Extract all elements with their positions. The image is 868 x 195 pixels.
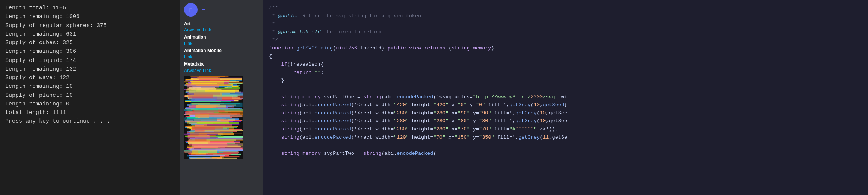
code-content: /** * @notice Return the svg string for … [269, 4, 862, 158]
chat-section: MetadataArweave Link [184, 62, 259, 74]
terminal-line: Supply of regular spheres: 375 [5, 21, 175, 30]
code-line: * [269, 20, 862, 28]
chat-meta [201, 9, 205, 10]
code-line: } [269, 76, 862, 85]
terminal-line: Length remaining: 10 [5, 82, 175, 91]
code-panel: /** * @notice Return the svg string for … [263, 0, 868, 195]
code-line: /** [269, 4, 862, 12]
terminal-line: Supply of cubes: 325 [5, 39, 175, 47]
code-line: return ""; [269, 69, 862, 77]
code-line: string(abi.encodePacked('<rect width="12… [269, 134, 862, 142]
code-line: string(abi.encodePacked('<rect width="42… [269, 101, 862, 109]
terminal-line: Length remaining: 631 [5, 30, 175, 39]
chat-username [201, 9, 205, 10]
section-link[interactable]: Arweave Link [184, 68, 211, 73]
code-line [269, 85, 862, 93]
section-link[interactable]: Arweave Link [184, 27, 211, 33]
terminal-line: Length remaining: 306 [5, 47, 175, 56]
chat-sections: ArtArweave LinkAnimationLinkAnimation Mo… [184, 21, 259, 74]
code-line: */ [269, 36, 862, 44]
section-label: Art [184, 21, 259, 26]
terminal-line: total length: 1111 [5, 108, 175, 117]
code-line: function getSVGString(uint256 tokenId) p… [269, 44, 862, 52]
terminal-line: Press any key to continue . . . [5, 117, 175, 126]
terminal-line: Length total: 1106 [5, 4, 175, 12]
section-link[interactable]: Link [184, 41, 192, 46]
avatar: F [184, 3, 198, 16]
code-line: string(abi.encodePacked('<rect width="28… [269, 117, 862, 125]
code-line [269, 141, 862, 150]
chat-header: F [180, 0, 263, 18]
terminal-line: Supply of liquid: 174 [5, 56, 175, 65]
terminal-line: Supply of planet: 10 [5, 91, 175, 100]
terminal-panel: Length total: 1106Length remaining: 1006… [0, 0, 180, 195]
code-line: * @notice Return the svg string for a gi… [269, 12, 862, 20]
code-line: { [269, 52, 862, 61]
chat-section: Animation MobileLink [184, 48, 259, 60]
chat-section: ArtArweave Link [184, 21, 259, 33]
code-line: * @param tokenId the token to return. [269, 28, 862, 36]
terminal-line: Supply of wave: 122 [5, 74, 175, 82]
code-line: string(abi.encodePacked('<rect width="28… [269, 125, 862, 134]
terminal-line: Length remaining: 132 [5, 65, 175, 74]
chat-panel: F ArtArweave LinkAnimationLinkAnimation … [180, 0, 263, 195]
section-link[interactable]: Link [184, 54, 192, 60]
section-label: Metadata [184, 62, 259, 67]
chat-body: ArtArweave LinkAnimationLinkAnimation Mo… [180, 18, 263, 195]
chat-image-container [184, 76, 243, 159]
chat-section: AnimationLink [184, 34, 259, 47]
code-line: string memory svgPartOne = string(abi.en… [269, 93, 862, 101]
bot-badge [202, 9, 205, 10]
section-label: Animation Mobile [184, 48, 259, 53]
terminal-output: Length total: 1106Length remaining: 1006… [5, 4, 175, 126]
code-line: string(abi.encodePacked('<rect width="28… [269, 109, 862, 117]
wavelength-artwork [184, 76, 243, 159]
section-label: Animation [184, 34, 259, 40]
code-line: string memory svgPartTwo = string(abi.en… [269, 150, 862, 158]
code-line: if(!revealed){ [269, 60, 862, 69]
terminal-line: Length remaining: 0 [5, 100, 175, 108]
terminal-line: Length remaining: 1006 [5, 12, 175, 21]
